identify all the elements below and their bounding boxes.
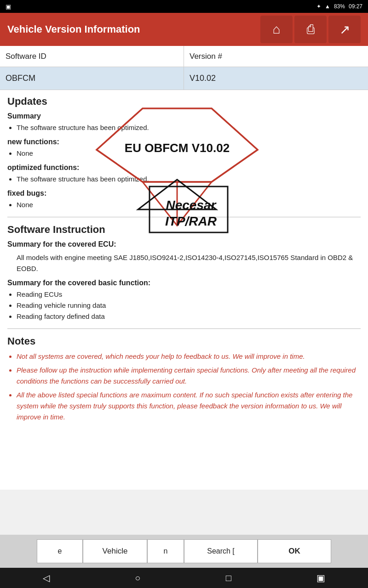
btn-vehicle[interactable]: Vehicle xyxy=(83,539,147,563)
header-icons: ⌂ ⎙ ↗ xyxy=(260,16,361,43)
print-button[interactable]: ⎙ xyxy=(294,16,327,43)
section-divider-1 xyxy=(7,217,361,217)
btn-search[interactable]: Search [ xyxy=(184,539,258,563)
battery-indicator: 83% xyxy=(334,3,345,10)
updates-title: Updates xyxy=(7,96,361,107)
covered-function-label: Summary for the covered basic function: xyxy=(7,279,361,287)
note-item-2: Please follow up the instruction while i… xyxy=(17,365,361,387)
note-item-3: All the above listed special functions a… xyxy=(17,390,361,423)
notes-title: Notes xyxy=(7,335,361,347)
signal-icon: ▲ xyxy=(325,3,330,10)
home-button[interactable]: ⌂ xyxy=(260,16,293,43)
new-functions-list: None xyxy=(17,148,361,159)
new-function-item-1: None xyxy=(17,148,361,159)
software-instruction-title: Software Instruction xyxy=(7,224,361,236)
software-id-header: Software ID xyxy=(0,46,184,67)
new-functions-label: new functions: xyxy=(7,138,361,146)
fixed-bugs-list: None xyxy=(17,199,361,210)
column-headers: Software ID Version # xyxy=(0,46,368,67)
page-title: Vehicle Version Information xyxy=(7,23,140,35)
covered-ecu-label: Summary for the covered ECU: xyxy=(7,240,361,249)
notes-list: Not all systems are covered, which needs… xyxy=(17,351,361,423)
home-nav-button[interactable]: ○ xyxy=(135,573,140,583)
optimized-function-item-1: The software structure has been optimize… xyxy=(17,174,361,185)
updates-section: Updates Summary The software structure h… xyxy=(7,96,361,210)
covered-function-list: Reading ECUs Reading vehicle running dat… xyxy=(17,289,361,322)
bottom-nav-bar: e Vehicle n Search [ OK xyxy=(0,535,368,568)
version-header: Version # xyxy=(184,46,368,67)
function-item-3: Reading factory defined data xyxy=(17,311,361,322)
function-item-1: Reading ECUs xyxy=(17,289,361,300)
app-header: Vehicle Version Information ⌂ ⎙ ↗ xyxy=(0,13,368,46)
summary-item-1: The software structure has been optimize… xyxy=(17,122,361,133)
status-bar: ▣ ✦ ▲ 83% 09:27 xyxy=(0,0,368,13)
software-data-row: OBFCM V10.02 xyxy=(0,67,368,90)
android-nav-bar: ◁ ○ □ ▣ xyxy=(0,568,368,588)
software-id-cell: OBFCM xyxy=(0,67,184,90)
software-instruction-section: Software Instruction Summary for the cov… xyxy=(7,224,361,322)
notes-section: Notes Not all systems are covered, which… xyxy=(7,335,361,423)
software-version-cell: V10.02 xyxy=(184,67,368,90)
btn-e[interactable]: e xyxy=(37,539,83,563)
screen-icon: ▣ xyxy=(6,3,11,10)
bluetooth-icon: ✦ xyxy=(316,3,321,10)
note-item-1: Not all systems are covered, which needs… xyxy=(17,351,361,362)
time-display: 09:27 xyxy=(349,3,362,10)
fixed-bugs-label: fixed bugs: xyxy=(7,189,361,198)
summary-list: The software structure has been optimize… xyxy=(17,122,361,133)
back-button[interactable]: ◁ xyxy=(43,572,50,583)
fixed-bug-item-1: None xyxy=(17,199,361,210)
export-button[interactable]: ↗ xyxy=(328,16,361,43)
covered-ecu-text: All models with engine meeting SAE J1850… xyxy=(17,252,361,274)
btn-ok[interactable]: OK xyxy=(258,539,331,563)
section-divider-2 xyxy=(7,328,361,329)
btn-n[interactable]: n xyxy=(147,539,184,563)
recents-button[interactable]: □ xyxy=(226,573,231,583)
function-item-2: Reading vehicle running data xyxy=(17,300,361,311)
main-content: Updates Summary The software structure h… xyxy=(0,90,368,490)
summary-label: Summary xyxy=(7,112,361,120)
optimized-functions-list: The software structure has been optimize… xyxy=(17,174,361,185)
screenshot-button[interactable]: ▣ xyxy=(316,572,325,583)
optimized-functions-label: optimized functions: xyxy=(7,164,361,172)
